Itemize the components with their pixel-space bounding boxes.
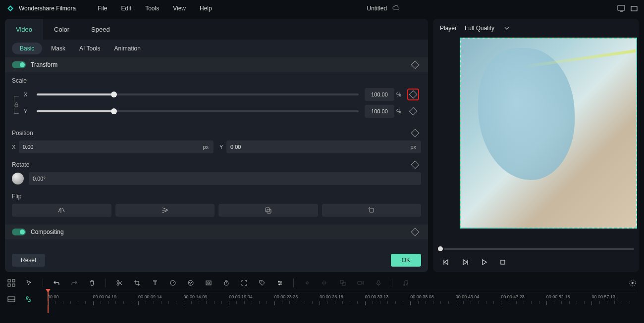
rotate-keyframe-icon[interactable] xyxy=(411,161,420,169)
position-group: Position X 0.00 px Y 0.00 xyxy=(5,125,428,156)
fit-icon[interactable] xyxy=(240,278,249,287)
seek-bar[interactable] xyxy=(433,245,639,252)
scale-y-value[interactable]: 100.00 xyxy=(365,105,394,118)
player-title: Player xyxy=(440,25,457,32)
menu-file[interactable]: File xyxy=(91,5,114,12)
subtab-animation[interactable]: Animation xyxy=(109,43,145,54)
subtab-basic[interactable]: Basic xyxy=(12,43,42,54)
play-button[interactable] xyxy=(480,258,488,267)
svg-point-12 xyxy=(117,280,119,282)
reset-button[interactable]: Reset xyxy=(12,254,45,267)
tab-video[interactable]: Video xyxy=(5,19,43,40)
scale-x-value[interactable]: 100.00 xyxy=(365,88,394,101)
menu-help[interactable]: Help xyxy=(193,5,219,12)
link-icon[interactable] xyxy=(24,295,33,304)
record-icon[interactable] xyxy=(356,278,365,287)
scale-y-axis-label: Y xyxy=(24,108,31,114)
position-keyframe-icon[interactable] xyxy=(411,129,420,138)
transform-toggle[interactable] xyxy=(12,61,26,68)
quality-dropdown[interactable]: Full Quality xyxy=(465,25,509,32)
svg-rect-6 xyxy=(370,208,374,212)
subtab-mask[interactable]: Mask xyxy=(46,43,70,54)
subtab-aitools[interactable]: AI Tools xyxy=(74,43,105,54)
keyframe-tool-icon[interactable] xyxy=(303,278,312,287)
scale-y-thumb[interactable] xyxy=(111,108,117,114)
flip-copy-button[interactable] xyxy=(218,204,318,217)
speed-icon[interactable] xyxy=(168,278,177,287)
tab-speed[interactable]: Speed xyxy=(80,19,121,40)
svg-rect-11 xyxy=(12,284,15,286)
render-icon[interactable] xyxy=(628,278,637,287)
music-icon[interactable] xyxy=(401,278,410,287)
seek-thumb[interactable] xyxy=(438,246,443,251)
lock-aspect-icon[interactable] xyxy=(13,102,19,108)
rotate-dial[interactable] xyxy=(12,173,24,185)
flip-horizontal-button[interactable] xyxy=(12,204,111,217)
position-y-input[interactable]: 0.00 px xyxy=(226,140,421,153)
scale-x-thumb[interactable] xyxy=(111,92,117,97)
ok-button[interactable]: OK xyxy=(391,254,421,267)
prev-frame-button[interactable] xyxy=(442,258,451,267)
crop-icon[interactable] xyxy=(133,278,142,287)
compositing-section-header[interactable]: Compositing xyxy=(5,225,428,239)
adjust-icon[interactable] xyxy=(275,278,284,287)
timer-icon[interactable] xyxy=(222,278,231,287)
greenscreen-icon[interactable] xyxy=(204,278,213,287)
color-icon[interactable] xyxy=(186,278,195,287)
player-panel: Player Full Quality xyxy=(433,19,639,272)
scale-y-slider[interactable] xyxy=(37,110,359,112)
group-icon[interactable] xyxy=(338,278,347,287)
flip-rotate-button[interactable] xyxy=(322,204,422,217)
scale-y-row: Y 100.00 % xyxy=(24,105,421,118)
play-forward-button[interactable] xyxy=(461,258,470,267)
app-name: Wondershare Filmora xyxy=(19,5,76,12)
undo-icon[interactable] xyxy=(52,278,61,287)
transform-section-header[interactable]: Transform xyxy=(5,57,428,72)
menu-view[interactable]: View xyxy=(166,5,193,12)
tag-icon[interactable] xyxy=(258,278,267,287)
split-icon[interactable] xyxy=(115,278,124,287)
svg-rect-19 xyxy=(206,281,211,285)
redo-icon[interactable] xyxy=(70,278,79,287)
timeline: 00:0000:00:04:1900:00:09:1400:00:14:0900… xyxy=(0,292,644,317)
flip-group: Flip xyxy=(5,188,428,220)
track-header-icon[interactable] xyxy=(7,295,16,304)
grid-icon[interactable] xyxy=(7,278,16,287)
chevron-down-icon xyxy=(504,27,509,30)
rotate-input[interactable]: 0.00° xyxy=(29,172,421,185)
document-title-area: Untitled xyxy=(219,4,617,12)
svg-point-13 xyxy=(117,283,119,285)
svg-rect-10 xyxy=(8,284,10,286)
cloud-sync-icon[interactable] xyxy=(392,4,400,12)
scale-group: Scale X 100.00 xyxy=(5,72,428,125)
preview-viewport[interactable] xyxy=(435,38,637,243)
selection-icon[interactable] xyxy=(25,278,34,287)
timeline-ruler[interactable]: 00:0000:00:04:1900:00:09:1400:00:14:0900… xyxy=(48,292,637,317)
compositing-keyframe-icon[interactable] xyxy=(411,228,420,236)
window-controls-icon[interactable] xyxy=(630,4,638,12)
flip-vertical-button[interactable] xyxy=(115,204,215,217)
audio-tool-icon[interactable] xyxy=(321,278,329,287)
tab-color[interactable]: Color xyxy=(43,19,80,40)
title-bar: Wondershare Filmora File Edit Tools View… xyxy=(0,0,644,17)
compositing-toggle[interactable] xyxy=(12,229,26,235)
position-x-input[interactable]: 0.00 px xyxy=(19,140,214,153)
inspector-panel: Video Color Speed Basic Mask AI Tools An… xyxy=(5,19,428,272)
menu-edit[interactable]: Edit xyxy=(114,5,139,12)
mic-icon[interactable] xyxy=(374,278,383,287)
position-y-field: Y 0.00 px xyxy=(219,140,421,153)
menu-tools[interactable]: Tools xyxy=(138,5,166,12)
svg-rect-3 xyxy=(15,104,18,107)
transform-keyframe-icon[interactable] xyxy=(411,61,420,69)
scale-x-keyframe-icon[interactable] xyxy=(409,91,418,99)
scale-x-slider[interactable] xyxy=(37,93,359,95)
svg-rect-7 xyxy=(501,260,505,264)
scale-y-keyframe-icon[interactable] xyxy=(409,107,418,116)
svg-point-23 xyxy=(278,281,280,282)
device-icon[interactable] xyxy=(617,4,625,12)
svg-rect-28 xyxy=(342,282,345,285)
flip-label: Flip xyxy=(12,193,421,200)
delete-icon[interactable] xyxy=(88,278,97,287)
stop-button[interactable] xyxy=(498,258,507,267)
text-icon[interactable] xyxy=(151,278,160,287)
